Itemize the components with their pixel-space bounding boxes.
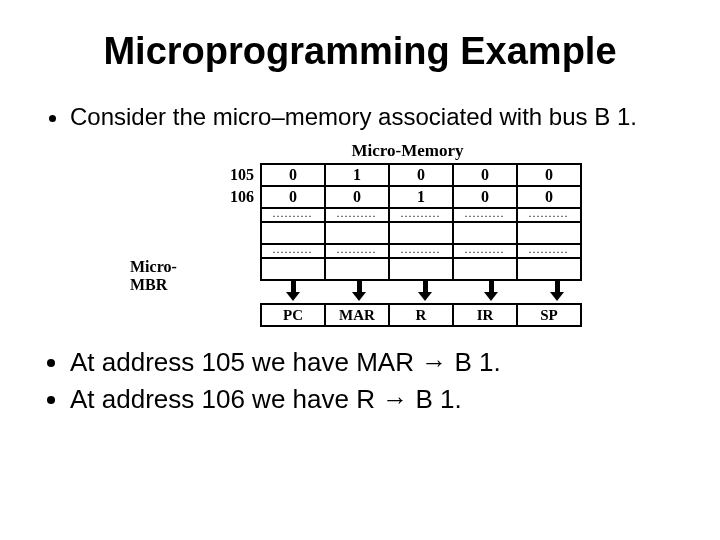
micro-memory-diagram: Micro-Memory Micro-MBR 105 106 0 1 0 0	[130, 141, 590, 327]
conclusion-bullet-1: At address 105 we have MAR → B 1.	[70, 347, 680, 378]
cell	[325, 222, 389, 244]
cell: 0	[453, 186, 517, 208]
dots: ..........	[453, 208, 517, 222]
table-row	[261, 222, 581, 244]
table-row: 0 1 0 0 0	[261, 164, 581, 186]
address-column: 105 106	[204, 164, 254, 208]
cell: 1	[325, 164, 389, 186]
addr-105: 105	[204, 164, 254, 186]
cell: 1	[389, 186, 453, 208]
col-label-ir: IR	[453, 304, 517, 326]
dots: ..........	[517, 208, 581, 222]
cell: 0	[261, 186, 325, 208]
dots: ..........	[389, 208, 453, 222]
grid-with-addrs: 105 106 0 1 0 0 0 0 0	[204, 163, 590, 327]
slide: Microprogramming Example Consider the mi…	[0, 0, 720, 441]
dots: ..........	[325, 208, 389, 222]
dots: ..........	[261, 244, 325, 258]
arrow-down-icon	[484, 281, 498, 299]
text: B 1.	[408, 384, 461, 414]
col-label-r: R	[389, 304, 453, 326]
dots: ..........	[453, 244, 517, 258]
cell	[453, 258, 517, 280]
implies-icon: →	[382, 385, 408, 414]
micro-mbr-label: Micro-MBR	[130, 163, 204, 294]
micro-memory-label: Micro-Memory	[225, 141, 590, 161]
cell	[453, 222, 517, 244]
cell: 0	[261, 164, 325, 186]
col-label-pc: PC	[261, 304, 325, 326]
intro-list: Consider the micro–memory associated wit…	[50, 103, 680, 131]
cell	[389, 222, 453, 244]
implies-icon: →	[421, 348, 447, 377]
arrows-row	[260, 281, 590, 303]
cell: 0	[325, 186, 389, 208]
micro-memory-table: 0 1 0 0 0 0 0 1 0 0	[260, 163, 582, 281]
cell	[517, 222, 581, 244]
addr-106: 106	[204, 186, 254, 208]
cell: 0	[453, 164, 517, 186]
column-labels: PC MAR R IR SP	[260, 303, 582, 327]
col-label-mar: MAR	[325, 304, 389, 326]
table-row: 0 0 1 0 0	[261, 186, 581, 208]
cell	[261, 222, 325, 244]
dots: ..........	[261, 208, 325, 222]
dots: ..........	[325, 244, 389, 258]
cell	[325, 258, 389, 280]
conclusion-bullet-2: At address 106 we have R → B 1.	[70, 384, 680, 415]
slide-title: Microprogramming Example	[40, 30, 680, 73]
cell	[517, 258, 581, 280]
text: At address 106 we have R	[70, 384, 382, 414]
dots: ..........	[517, 244, 581, 258]
text: At address 105 we have MAR	[70, 347, 421, 377]
col-label-sp: SP	[517, 304, 581, 326]
table-row: .......... .......... .......... .......…	[261, 208, 581, 222]
cell: 0	[517, 186, 581, 208]
text: B 1.	[447, 347, 500, 377]
cell: 0	[389, 164, 453, 186]
cell	[261, 258, 325, 280]
conclusion-list: At address 105 we have MAR → B 1. At add…	[50, 347, 680, 415]
cell: 0	[517, 164, 581, 186]
table-row	[261, 258, 581, 280]
arrow-down-icon	[550, 281, 564, 299]
intro-bullet: Consider the micro–memory associated wit…	[70, 103, 680, 131]
arrow-down-icon	[286, 281, 300, 299]
arrow-down-icon	[352, 281, 366, 299]
cell	[389, 258, 453, 280]
dots: ..........	[389, 244, 453, 258]
table-row: .......... .......... .......... .......…	[261, 244, 581, 258]
diagram-body: Micro-MBR 105 106 0 1 0 0 0	[130, 163, 590, 327]
arrow-down-icon	[418, 281, 432, 299]
